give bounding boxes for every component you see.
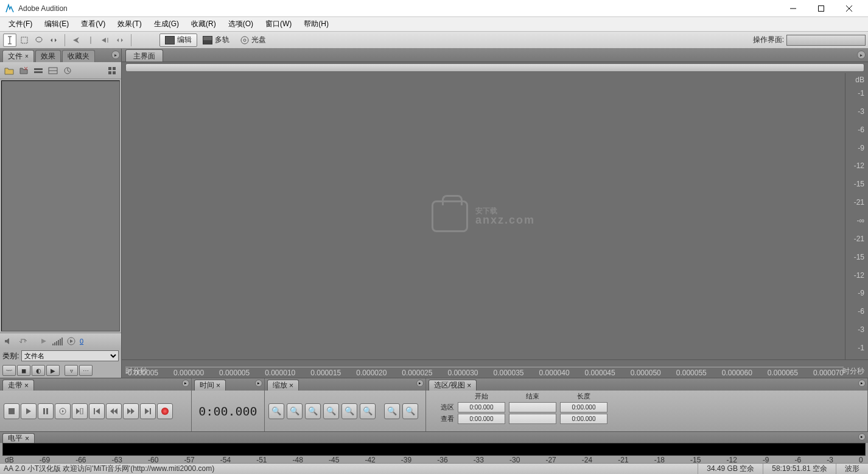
menu-file[interactable]: 文件(F)	[2, 18, 38, 30]
view-length-field[interactable]: 0:00.000	[560, 414, 607, 424]
view-pan-button[interactable]: ◐	[32, 365, 45, 376]
tab-transport[interactable]: 走带×	[2, 380, 34, 391]
mode-edit-button[interactable]: 编辑	[159, 34, 197, 47]
close-icon[interactable]: ×	[289, 381, 293, 390]
tab-main[interactable]: 主界面	[125, 49, 163, 62]
go-end-button[interactable]	[140, 403, 156, 419]
view-start-field[interactable]: 0:00.000	[458, 414, 505, 424]
autoplay-button[interactable]	[65, 336, 77, 347]
tab-files[interactable]: 文件×	[2, 50, 34, 62]
timeline-ruler[interactable]: -0.000005 0.000000 0.000005 0.000010 0.0…	[122, 359, 868, 378]
menu-options[interactable]: 选项(O)	[222, 18, 259, 30]
tool-scrub2[interactable]	[113, 34, 127, 47]
zoom-full-button[interactable]: 🔍	[305, 403, 321, 419]
tool-move[interactable]	[69, 34, 83, 47]
tab-time[interactable]: 时间×	[194, 380, 226, 391]
level-meter[interactable]	[2, 443, 866, 456]
tool-ibeam[interactable]	[3, 34, 16, 47]
preview-loop-button[interactable]	[17, 336, 29, 347]
panel-menu-icon[interactable]: ▸	[255, 380, 262, 387]
close-icon[interactable]: ×	[216, 381, 220, 390]
zoom-out-h-button[interactable]: 🔍	[287, 403, 303, 419]
zoom-out-v-button[interactable]: 🔍	[360, 403, 376, 419]
waveform-canvas[interactable]: 安下载anxz.com	[122, 73, 845, 359]
sel-length-field[interactable]: 0:00.000	[560, 402, 607, 412]
insert-multitrack-button[interactable]	[32, 65, 45, 77]
view-spectral-button[interactable]: ◼	[17, 365, 30, 376]
menu-window[interactable]: 窗口(W)	[259, 18, 298, 30]
menu-favorites[interactable]: 收藏(R)	[185, 18, 222, 30]
mode-multitrack-button[interactable]: 多轨	[197, 34, 235, 47]
stop-button[interactable]	[4, 403, 19, 419]
menu-edit[interactable]: 编辑(E)	[38, 18, 75, 30]
sel-start-field[interactable]: 0:00.000	[458, 402, 505, 412]
tab-time-label: 时间	[200, 380, 214, 391]
tool-hybrid[interactable]	[99, 34, 112, 47]
go-start-button[interactable]	[89, 403, 105, 419]
tab-effects[interactable]: 效果	[35, 50, 61, 62]
close-icon[interactable]: ×	[467, 381, 471, 390]
zoom-left-button[interactable]: 🔍	[384, 403, 400, 419]
tab-selection[interactable]: 选区/视图×	[429, 380, 477, 391]
sel-end-field[interactable]	[509, 402, 556, 412]
close-file-button[interactable]	[17, 65, 30, 77]
play-loop-button[interactable]	[55, 403, 71, 419]
panel-menu-icon[interactable]: ▸	[182, 380, 189, 387]
preview-mute-button[interactable]	[2, 336, 15, 347]
show-markers-button[interactable]: ▿	[65, 365, 78, 376]
open-file-button[interactable]	[2, 65, 16, 77]
forward-button[interactable]	[123, 403, 139, 419]
zoom-in-h-button[interactable]: 🔍	[268, 403, 284, 419]
record-button[interactable]	[157, 403, 173, 419]
level-tick: -36	[437, 456, 447, 463]
close-button[interactable]	[835, 0, 863, 17]
tool-lasso[interactable]	[32, 34, 46, 47]
workspace-dropdown[interactable]	[786, 35, 866, 46]
view-end-field[interactable]	[509, 414, 556, 424]
category-select[interactable]: 文件名	[21, 350, 119, 361]
panel-menu-icon[interactable]: ▸	[858, 380, 866, 387]
tab-level[interactable]: 电平×	[2, 433, 35, 443]
tool-scrub[interactable]	[47, 34, 60, 47]
close-icon[interactable]: ×	[25, 434, 29, 443]
view-waveform-button[interactable]: 〰	[2, 365, 16, 376]
rewind-button[interactable]	[106, 403, 122, 419]
panel-menu-icon[interactable]: ▸	[111, 51, 120, 59]
preview-play-button[interactable]	[38, 336, 50, 347]
options-button[interactable]	[105, 65, 119, 77]
insert-cd-button[interactable]	[46, 65, 60, 77]
svg-point-8	[36, 37, 42, 42]
waveform-area[interactable]: 安下载anxz.com dB -1 -3 -6 -9 -12 -15 -21 -…	[122, 73, 868, 359]
close-icon[interactable]: ×	[25, 53, 29, 60]
category-row: 类别: 文件名	[0, 348, 121, 363]
zoom-right-button[interactable]: 🔍	[402, 403, 418, 419]
panel-menu-icon[interactable]: ▸	[857, 51, 866, 59]
level-tick: -21	[618, 456, 628, 463]
tab-favorites[interactable]: 收藏夹	[62, 50, 95, 62]
time-tick: 0.000025	[402, 369, 432, 377]
panel-menu-icon[interactable]: ▸	[416, 380, 424, 387]
view-phase-button[interactable]: ▶	[46, 365, 60, 376]
full-path-button[interactable]: ⋯	[79, 365, 93, 376]
menu-help[interactable]: 帮助(H)	[298, 18, 335, 30]
maximize-button[interactable]	[807, 0, 835, 17]
horizontal-scrollbar[interactable]	[125, 63, 864, 72]
tab-favorites-label: 收藏夹	[68, 51, 89, 62]
panel-menu-icon[interactable]: ▸	[858, 433, 866, 440]
zoom-in-v-button[interactable]: 🔍	[341, 403, 357, 419]
tool-time-select[interactable]	[84, 34, 97, 47]
tool-marquee[interactable]	[18, 34, 31, 47]
pause-button[interactable]	[38, 403, 54, 419]
zoom-selection-button[interactable]: 🔍	[323, 403, 339, 419]
file-list[interactable]	[1, 80, 120, 331]
tab-zoom[interactable]: 缩放×	[267, 380, 299, 391]
edit-file-button[interactable]	[61, 65, 74, 77]
minimize-button[interactable]	[779, 0, 807, 17]
menu-view[interactable]: 查看(V)	[75, 18, 111, 30]
menu-effects[interactable]: 效果(T)	[111, 18, 147, 30]
play-button[interactable]	[21, 403, 37, 419]
close-icon[interactable]: ×	[24, 381, 29, 390]
menu-generate[interactable]: 生成(G)	[148, 18, 185, 30]
play-to-end-button[interactable]	[72, 403, 88, 419]
mode-cd-button[interactable]: 光盘	[235, 34, 271, 47]
